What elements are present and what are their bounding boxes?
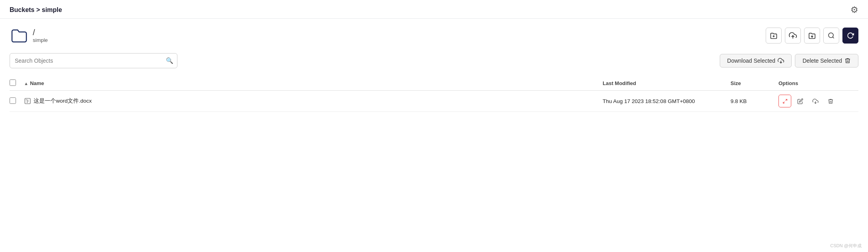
folder-name: simple: [33, 37, 48, 43]
row-filename: 这是一个word文件.docx: [34, 97, 92, 105]
sort-asc-icon: ▲: [24, 81, 28, 86]
svg-line-11: [785, 99, 787, 101]
row-last-modified: Thu Aug 17 2023 18:52:08 GMT+0800: [603, 98, 731, 104]
reload-button[interactable]: [842, 28, 858, 44]
header-last-modified-col: Last Modified: [603, 80, 731, 86]
row-download-icon: [812, 98, 818, 104]
row-name-cell: 这是一个word文件.docx: [24, 97, 603, 105]
row-checkbox: [10, 97, 24, 105]
folder-slash: /: [33, 28, 48, 37]
folder-section: / simple: [0, 19, 868, 50]
header-name-col[interactable]: ▲ Name: [24, 80, 603, 86]
delete-selected-icon: [844, 58, 851, 64]
header-size-col: Size: [731, 80, 778, 86]
svg-line-4: [832, 37, 834, 38]
edit-button[interactable]: [794, 95, 806, 107]
table-row: 这是一个word文件.docx Thu Aug 17 2023 18:52:08…: [10, 91, 858, 112]
table-header: ▲ Name Last Modified Size Options: [10, 76, 858, 91]
row-size: 9.8 KB: [731, 98, 778, 104]
search-refresh-button[interactable]: [823, 28, 839, 44]
preview-button[interactable]: [778, 95, 791, 107]
folder-icon: [10, 26, 29, 45]
row-delete-icon: [828, 98, 834, 104]
row-options: [778, 95, 858, 107]
row-download-button[interactable]: [809, 95, 822, 107]
search-bar-row: 🔍 Download Selected Delete Selected: [0, 50, 868, 73]
new-folder-icon: [770, 32, 778, 40]
select-all-checkbox[interactable]: [10, 79, 16, 86]
page-header: Buckets > simple ⚙: [0, 0, 868, 19]
download-selected-button[interactable]: Download Selected: [720, 54, 792, 67]
delete-selected-button[interactable]: Delete Selected: [795, 54, 858, 67]
header-options-col: Options: [778, 80, 858, 86]
toolbar-buttons: [766, 28, 858, 44]
search-wrapper: 🔍: [10, 53, 177, 68]
reload-icon: [847, 32, 854, 39]
download-folder-icon: [808, 32, 816, 40]
header-checkbox-col: [10, 79, 24, 87]
upload-icon: [789, 32, 797, 40]
svg-line-12: [783, 101, 784, 103]
svg-rect-10: [26, 99, 27, 100]
svg-rect-6: [25, 98, 30, 104]
row-select-checkbox[interactable]: [10, 97, 16, 104]
table-container: ▲ Name Last Modified Size Options 这是一个wo…: [0, 73, 868, 112]
upload-button[interactable]: [785, 28, 801, 44]
file-icon: [24, 97, 31, 105]
download-folder-button[interactable]: [804, 28, 820, 44]
download-selected-icon: [778, 58, 784, 64]
search-refresh-icon: [828, 32, 835, 39]
new-folder-button[interactable]: [766, 28, 782, 44]
folder-label: / simple: [33, 28, 48, 43]
svg-point-3: [828, 33, 833, 38]
settings-icon[interactable]: ⚙: [850, 5, 858, 15]
row-delete-button[interactable]: [824, 95, 837, 107]
search-input[interactable]: [10, 53, 177, 68]
action-buttons: Download Selected Delete Selected: [720, 54, 858, 67]
breadcrumb: Buckets > simple: [10, 6, 62, 14]
preview-icon: [782, 99, 788, 104]
edit-icon: [797, 98, 803, 104]
folder-info: / simple: [10, 26, 48, 45]
